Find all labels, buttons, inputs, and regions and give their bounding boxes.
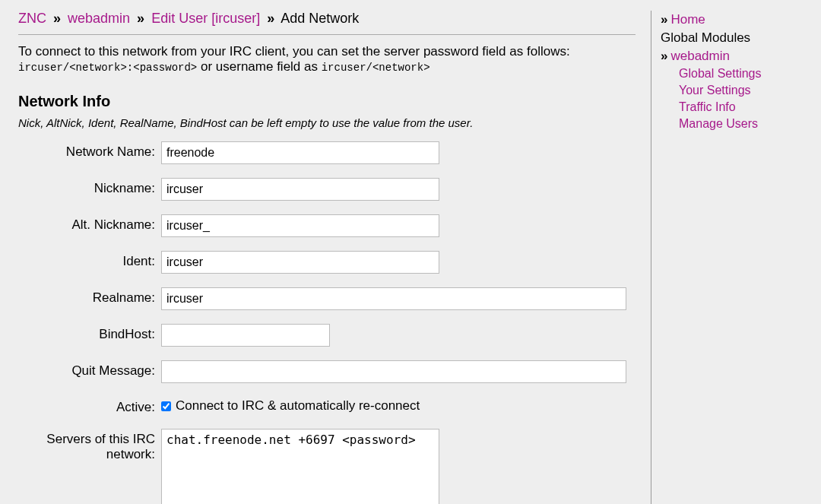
breadcrumb-sep: » (53, 11, 61, 26)
help-code-2: ircuser/<network> (322, 62, 430, 74)
label-network-name: Network Name: (18, 141, 161, 160)
sidebar-webadmin[interactable]: webadmin (670, 49, 730, 63)
sidebar: »Home Global Modules »webadmin Global Se… (651, 11, 803, 504)
help-text: To connect to this network from your IRC… (18, 44, 636, 74)
input-bindhost[interactable] (161, 324, 330, 347)
sidebar-manage-users[interactable]: Manage Users (679, 117, 758, 130)
sidebar-your-settings[interactable]: Your Settings (679, 84, 751, 97)
input-ident[interactable] (161, 251, 439, 274)
label-ident: Ident: (18, 251, 161, 269)
label-servers: Servers of this IRC network: (18, 429, 161, 462)
breadcrumb-sep: » (137, 11, 144, 26)
section-title: Network Info (18, 93, 636, 110)
label-realname: Realname: (18, 287, 161, 306)
breadcrumb-znc[interactable]: ZNC (18, 11, 46, 26)
arrow-icon: » (661, 49, 667, 63)
main-content: ZNC » webadmin » Edit User [ircuser] » A… (18, 11, 636, 504)
active-checkbox-row[interactable]: Connect to IRC & automatically re-connec… (161, 397, 636, 414)
input-network-name[interactable] (161, 141, 439, 164)
breadcrumb-edit-user[interactable]: Edit User [ircuser] (151, 11, 260, 26)
sidebar-home[interactable]: Home (670, 12, 705, 27)
sidebar-traffic-info[interactable]: Traffic Info (679, 100, 736, 113)
label-alt-nickname: Alt. Nickname: (18, 214, 161, 233)
section-subhelp: Nick, AltNick, Ident, RealName, BindHost… (18, 116, 636, 129)
label-nickname: Nickname: (18, 178, 161, 196)
label-bindhost: BindHost: (18, 324, 161, 342)
active-checkbox-label: Connect to IRC & automatically re-connec… (176, 398, 420, 414)
textarea-servers[interactable] (161, 429, 439, 504)
breadcrumb: ZNC » webadmin » Edit User [ircuser] » A… (18, 11, 636, 35)
input-quit-message[interactable] (161, 360, 626, 383)
label-quit-message: Quit Message: (18, 360, 161, 379)
breadcrumb-webadmin[interactable]: webadmin (68, 11, 130, 26)
input-alt-nickname[interactable] (161, 214, 439, 237)
breadcrumb-current: Add Network (281, 11, 359, 26)
input-nickname[interactable] (161, 178, 439, 201)
breadcrumb-sep: » (267, 11, 274, 26)
label-active: Active: (18, 397, 161, 415)
sidebar-global-settings[interactable]: Global Settings (679, 67, 762, 80)
arrow-icon: » (661, 12, 667, 27)
sidebar-global-modules: Global Modules (661, 30, 803, 46)
help-code-1: ircuser/<network>:<password> (18, 62, 197, 74)
input-realname[interactable] (161, 287, 626, 310)
checkbox-active[interactable] (161, 401, 171, 411)
